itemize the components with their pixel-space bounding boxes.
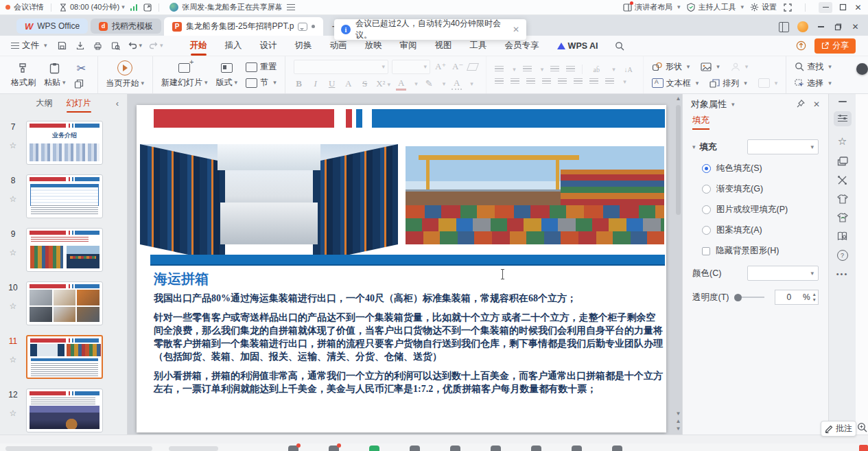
- microphone-icon[interactable]: [288, 446, 298, 451]
- picture-fill-radio[interactable]: 图片或纹理填充(P): [702, 204, 828, 216]
- spin-down-icon[interactable]: ▼: [812, 298, 817, 303]
- line-spacing-icon[interactable]: [574, 78, 583, 85]
- tab-docer-templates[interactable]: d 找稻壳模板: [91, 19, 161, 34]
- panel-title[interactable]: 对象属性: [691, 98, 727, 111]
- bold-icon[interactable]: B: [294, 78, 304, 89]
- scroll-up-icon[interactable]: ▲: [675, 95, 682, 102]
- help-icon[interactable]: ?: [837, 250, 848, 261]
- solid-fill-radio[interactable]: 纯色填充(S): [702, 163, 828, 174]
- meeting-timer[interactable]: 08:00 (40分钟): [70, 2, 119, 12]
- transparency-slider[interactable]: [736, 297, 764, 298]
- fullscreen-icon[interactable]: [783, 3, 792, 12]
- font-family-select[interactable]: ▾: [294, 60, 388, 74]
- effects-pane-button[interactable]: ☆: [838, 135, 847, 148]
- align-left-icon[interactable]: [495, 78, 504, 85]
- template-pane-button[interactable]: [837, 213, 848, 222]
- bullets-icon[interactable]: [495, 66, 504, 73]
- font-color-icon[interactable]: A: [396, 78, 406, 91]
- transparency-spinbox[interactable]: 0 % ▲ ▼: [775, 290, 819, 305]
- underline-icon[interactable]: U: [327, 78, 337, 89]
- find-button[interactable]: 查找▾: [795, 61, 832, 73]
- menu-insert[interactable]: 插入: [216, 36, 251, 56]
- resource-library-pane-button[interactable]: [837, 231, 848, 241]
- align-center-icon[interactable]: [511, 78, 519, 85]
- account-avatar[interactable]: [797, 21, 808, 32]
- collapse-strip-icon[interactable]: [838, 101, 847, 102]
- slide-body-textbox[interactable]: 我国出口产品80%通过海运集装箱进行出口，一个40尺（高柜）标准集装箱，常规容积…: [154, 292, 663, 402]
- slide-10-thumbnail[interactable]: [26, 281, 103, 325]
- strikethrough-icon[interactable]: S: [360, 78, 370, 89]
- slide-9-thumbnail[interactable]: [26, 228, 103, 272]
- tools-pane-button[interactable]: [837, 175, 847, 185]
- presenter-layout-button[interactable]: 演讲者布局▾: [623, 2, 681, 12]
- settings-button[interactable]: 设置: [750, 2, 777, 12]
- color-dropdown[interactable]: ▾: [747, 266, 819, 281]
- picture-button[interactable]: ▾: [701, 62, 720, 71]
- pop-out-icon[interactable]: [143, 3, 152, 12]
- window-minimize-icon[interactable]: [817, 23, 825, 32]
- comment-bubble-icon[interactable]: [298, 23, 307, 31]
- tab-wps-home[interactable]: W WPS Office: [16, 19, 88, 34]
- file-menu-button[interactable]: 文件▾: [11, 40, 47, 51]
- select-button[interactable]: 选择▾: [795, 78, 832, 89]
- format-painter-button[interactable]: 格式刷: [11, 61, 36, 89]
- decrease-font-icon[interactable]: A⁻: [451, 61, 465, 72]
- warehouse-photo[interactable]: [140, 144, 398, 244]
- tab-outline[interactable]: 大纲: [36, 97, 53, 109]
- camera-icon[interactable]: [329, 446, 339, 451]
- maximize-button[interactable]: [838, 3, 847, 12]
- arrange-button[interactable]: 排列▾: [709, 78, 747, 89]
- paragraph-settings-icon[interactable]: [605, 78, 614, 85]
- distribute-icon[interactable]: [558, 78, 567, 85]
- whiteboard-icon[interactable]: [531, 446, 541, 451]
- slide-12-thumbnail[interactable]: [26, 389, 103, 432]
- properties-pane-button-active[interactable]: [834, 111, 852, 126]
- slide-canvas[interactable]: 海运拼箱 我国出口产品80%通过海运集装箱进行出口，一个40尺（高柜）标准集装箱…: [137, 105, 666, 432]
- undo-button[interactable]: ▾: [128, 42, 143, 49]
- slider-knob[interactable]: [734, 294, 742, 301]
- comment-button[interactable]: 批注: [821, 421, 856, 437]
- fill-preset-dropdown[interactable]: ▾: [747, 139, 819, 154]
- pin-icon[interactable]: [797, 100, 805, 109]
- menu-wps-ai[interactable]: WPS AI: [548, 36, 607, 56]
- slide-title-text[interactable]: 海运拼箱: [154, 270, 209, 288]
- superscript-icon[interactable]: X²▾: [376, 78, 390, 89]
- clear-format-icon[interactable]: [467, 63, 479, 71]
- reset-slide-button[interactable]: 重置: [246, 61, 277, 73]
- menu-transitions[interactable]: 切换: [286, 36, 321, 56]
- play-from-current-button[interactable]: 当页开始▾: [106, 60, 145, 89]
- section-button[interactable]: 节▾: [246, 77, 277, 89]
- containers-photo[interactable]: [406, 146, 664, 244]
- increase-font-icon[interactable]: A⁺: [434, 61, 447, 72]
- redo-button[interactable]: ▾: [149, 42, 163, 49]
- share-menu-icon[interactable]: [287, 4, 295, 10]
- italic-icon[interactable]: I: [310, 78, 320, 89]
- search-icon[interactable]: [614, 41, 625, 51]
- shapes-pane-button[interactable]: [837, 157, 848, 166]
- paste-button[interactable]: 粘贴▾: [44, 61, 66, 89]
- new-slide-button[interactable]: 新建幻灯片▾: [161, 61, 208, 89]
- window-close-icon[interactable]: ✕: [851, 23, 860, 32]
- window-restore-icon[interactable]: [834, 23, 843, 32]
- participants-icon[interactable]: [410, 446, 420, 451]
- fill-tab[interactable]: 填充: [692, 115, 709, 130]
- pattern-fill-radio[interactable]: 图案填充(A): [702, 224, 828, 236]
- meeting-details-link[interactable]: 会议详情: [14, 2, 44, 12]
- print-preview-icon[interactable]: [110, 41, 121, 51]
- slide-8-thumbnail[interactable]: [26, 174, 103, 218]
- close-button[interactable]: ✕: [854, 3, 863, 12]
- menu-design[interactable]: 设计: [251, 36, 286, 56]
- more-icon[interactable]: •••: [836, 270, 849, 278]
- slide-editing-area[interactable]: 海运拼箱 我国出口产品80%通过海运集装箱进行出口，一个40尺（高柜）标准集装箱…: [128, 94, 682, 435]
- copy-icon[interactable]: [74, 79, 89, 89]
- shapes-button[interactable]: 形状▾: [652, 61, 690, 73]
- collapse-sidebar-icon[interactable]: ‹: [116, 98, 119, 108]
- apps-icon[interactable]: [572, 446, 582, 451]
- export-icon[interactable]: [75, 41, 86, 51]
- slide-11-thumbnail-selected[interactable]: [26, 335, 103, 379]
- highlight-icon[interactable]: ✎: [424, 78, 434, 89]
- save-icon[interactable]: [57, 41, 68, 51]
- shadow-icon[interactable]: A: [343, 78, 353, 89]
- zoom-tool-icon[interactable]: [857, 422, 867, 432]
- next-slide-icon[interactable]: ▼: [675, 426, 682, 432]
